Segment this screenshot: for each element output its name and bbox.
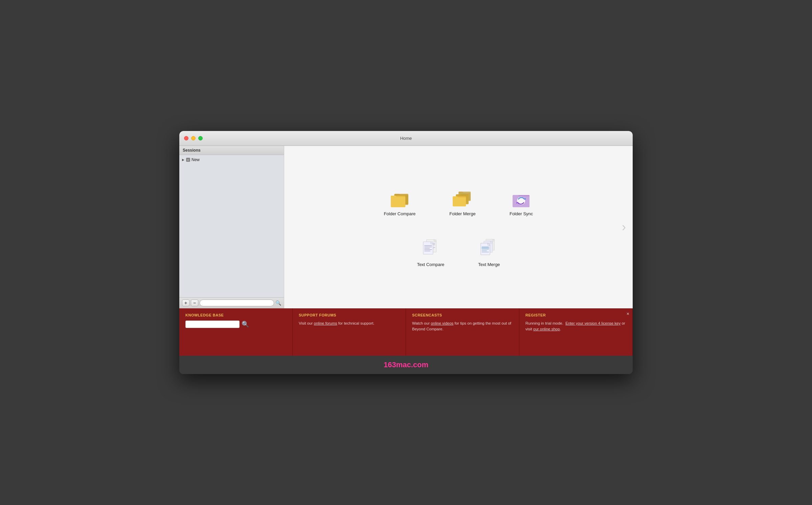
watermark: 163mac.com — [179, 356, 633, 374]
text-compare-icon — [421, 237, 441, 259]
main-content: Sessions ▶ − New + − 🔍 — [179, 146, 633, 308]
folder-sync-label: Folder Sync — [510, 211, 533, 216]
close-banner-button[interactable]: × — [627, 311, 629, 316]
sidebar: Sessions ▶ − New + − 🔍 — [179, 146, 284, 308]
folder-merge-icon — [451, 188, 474, 208]
minus-folder-icon: − — [186, 158, 190, 162]
folder-sync-button[interactable]: Folder Sync — [506, 184, 537, 220]
folder-compare-button[interactable]: Folder Compare — [380, 184, 419, 220]
sidebar-item-label: New — [191, 157, 200, 162]
register-title: REGISTER — [525, 313, 626, 317]
icons-row-2: Text Compare — [413, 233, 503, 270]
sidebar-footer: + − 🔍 — [179, 297, 284, 308]
sidebar-item-new[interactable]: ▶ − New — [179, 156, 284, 163]
folder-merge-label: Folder Merge — [449, 211, 475, 216]
right-panel: Folder Compare — [284, 146, 633, 308]
folder-compare-icon — [388, 188, 411, 208]
session-search-input[interactable] — [200, 300, 274, 306]
icons-grid: Folder Compare — [380, 184, 536, 270]
knowledge-base-section: KNOWLEDGE BASE 🔍 — [179, 308, 293, 356]
knowledge-base-title: KNOWLEDGE BASE — [185, 313, 286, 317]
bottom-panel: KNOWLEDGE BASE 🔍 SUPPORT FORUMS Visit ou… — [179, 308, 633, 356]
folder-merge-button[interactable]: Folder Merge — [446, 184, 479, 220]
enter-license-link[interactable]: Enter your version 4 license key — [565, 321, 621, 325]
close-button[interactable] — [184, 136, 188, 140]
screencasts-body: Watch our online videos for tips on gett… — [412, 321, 513, 332]
support-forums-body: Visit our online forums for technical su… — [299, 321, 400, 326]
title-bar: Home — [179, 131, 633, 146]
register-section: REGISTER Running in trial mode. Enter yo… — [519, 308, 633, 356]
register-body: Running in trial mode. Enter your versio… — [525, 321, 626, 332]
support-forums-title: SUPPORT FORUMS — [299, 313, 400, 317]
tree-arrow-icon: ▶ — [182, 158, 185, 161]
folder-compare-label: Folder Compare — [384, 211, 415, 216]
online-forums-link[interactable]: online forums — [314, 321, 337, 325]
window-title: Home — [400, 136, 412, 141]
text-compare-label: Text Compare — [417, 262, 444, 267]
svg-point-6 — [517, 197, 525, 205]
search-icon: 🔍 — [275, 300, 281, 306]
sidebar-content: ▶ − New — [179, 155, 284, 297]
app-window: Home Sessions ▶ − New + − 🔍 — [179, 131, 633, 374]
add-session-button[interactable]: + — [182, 300, 189, 306]
text-compare-button[interactable]: Text Compare — [413, 233, 448, 270]
watermark-text: 163mac.com — [384, 360, 428, 369]
text-merge-icon — [479, 237, 499, 259]
knowledge-base-search-button[interactable]: 🔍 — [242, 321, 249, 328]
screencasts-section: SCREENCASTS Watch our online videos for … — [406, 308, 519, 356]
maximize-button[interactable] — [198, 136, 203, 140]
support-forums-section: SUPPORT FORUMS Visit our online forums f… — [293, 308, 406, 356]
sidebar-header: Sessions — [179, 146, 284, 155]
folder-sync-icon — [510, 188, 533, 208]
online-videos-link[interactable]: online videos — [431, 321, 453, 325]
traffic-lights — [184, 136, 203, 140]
icons-row-1: Folder Compare — [380, 184, 536, 220]
text-merge-button[interactable]: Text Merge — [475, 233, 503, 270]
screencasts-title: SCREENCASTS — [412, 313, 513, 317]
kb-search-row: 🔍 — [185, 321, 286, 328]
text-merge-label: Text Merge — [478, 262, 500, 267]
remove-session-button[interactable]: − — [191, 300, 198, 306]
minimize-button[interactable] — [191, 136, 196, 140]
online-shop-link[interactable]: our online shop — [533, 327, 560, 331]
app-body: Sessions ▶ − New + − 🔍 — [179, 146, 633, 356]
knowledge-base-search-input[interactable] — [185, 321, 240, 328]
next-arrow-button[interactable]: › — [622, 220, 626, 234]
